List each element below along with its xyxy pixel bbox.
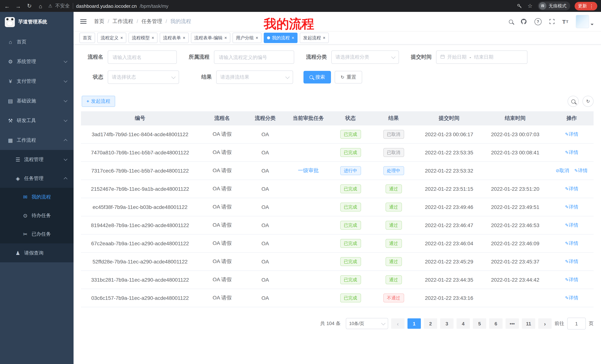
incognito-profile-chip[interactable]: 无痕模式 [538,1,570,10]
sidebar-item[interactable]: ✉ 我的流程 [0,188,74,206]
collapse-sidebar-icon[interactable] [80,17,87,26]
viewport: ← → ↻ ⌂ ⚠ 不安全 dashboard.yudao.iocoder.cn… [0,0,601,364]
sidebar-item[interactable]: ✂ 已办任务 [0,225,74,243]
tab[interactable]: 流程定义 [97,33,126,43]
fullscreen-icon[interactable] [549,19,555,25]
sidebar-item[interactable]: ◈ 任务管理 [0,169,74,188]
pagination: 共 104 条 10条/页 123456•••11 前往 页 [74,307,601,329]
reload-icon[interactable]: ↻ [26,3,33,9]
tab[interactable]: 发起流程 [300,33,329,43]
current-task-link[interactable]: 一级审批 [298,167,319,173]
close-icon[interactable] [323,36,325,40]
cancel-link[interactable]: 取消 [556,168,569,173]
page-button[interactable]: ••• [506,318,519,329]
app-logo[interactable]: 芋道管理系统 [0,12,74,32]
start-process-button[interactable]: 发起流程 [82,96,115,107]
url-domain: dashboard.yudao.iocoder.cn [76,3,137,9]
tab[interactable]: 流程表单 [160,33,189,43]
sidebar-item[interactable]: ⌂ 首页 [0,32,74,52]
page-button[interactable]: 3 [440,318,453,329]
page-size-select[interactable]: 10条/页 [346,318,388,329]
font-size-icon[interactable]: TT [562,18,568,25]
breadcrumb-item[interactable]: 首页 [94,18,112,25]
tab[interactable]: 用户分组 [232,33,261,43]
detail-link[interactable]: 详情 [565,240,578,246]
tab-label: 我的流程 [272,35,290,41]
next-page-button[interactable] [538,318,551,329]
browser-menu-icon[interactable]: ⋮ [589,3,594,9]
close-icon[interactable] [224,36,227,40]
sidebar-item[interactable]: ▤ 基础设施 [0,91,74,111]
detail-link[interactable]: 详情 [565,295,578,301]
parent-process-input[interactable] [214,50,294,64]
update-button[interactable]: 更新 ⋮ [575,2,597,10]
key-icon[interactable] [517,3,522,9]
close-icon[interactable] [291,36,294,40]
cell-end-time [481,162,550,180]
forward-icon[interactable]: → [15,3,21,9]
page-button[interactable]: 4 [457,318,470,329]
close-icon[interactable] [256,36,258,40]
tab[interactable]: 首页 [80,33,95,43]
jump-page-input[interactable] [567,318,586,329]
status-label: 状态 [82,74,103,80]
back-icon[interactable]: ← [4,3,10,9]
detail-link[interactable]: 详情 [565,150,578,155]
category-select[interactable]: 请选择流程分类 [331,50,399,64]
detail-link[interactable]: 详情 [565,277,578,282]
detail-link[interactable]: 详情 [565,222,578,228]
detail-link[interactable]: 详情 [565,186,578,192]
detail-link[interactable]: 详情 [565,131,578,137]
refresh-table-button[interactable] [582,96,594,107]
sidebar-item[interactable]: ♟ 请假查询 [0,243,74,262]
close-icon[interactable] [120,36,123,40]
page-button[interactable]: 6 [489,318,502,329]
cell-current-task [285,180,331,198]
page-button[interactable]: 2 [424,318,437,329]
submit-time-range-picker[interactable]: 开始日期 - 结束日期 [436,50,527,64]
cell-submit-time: 2022-01-22 23:49:46 [418,198,481,216]
cell-submit-time: 2022-01-22 23:44:35 [418,271,481,289]
sidebar-item[interactable]: ¥ 支付管理 [0,71,74,91]
close-icon[interactable] [151,36,154,40]
breadcrumb-item[interactable]: 我的流程 [170,18,191,25]
pager: 123456•••11 [408,318,535,329]
detail-icon [565,259,569,264]
sidebar-item[interactable]: ▦ 工作流程 [0,130,74,150]
chevron-down-icon [391,55,396,59]
reset-button[interactable]: 重置 [335,71,362,84]
process-name-input[interactable] [108,50,177,64]
bookmark-star-icon[interactable]: ☆ [527,3,533,9]
tab[interactable]: 流程模型 [129,33,158,43]
cell-id: 3ad174fb-7b9d-11ec-8404-acde48001122 [81,125,199,144]
active-dot-icon [267,36,270,39]
detail-link[interactable]: 详情 [565,259,578,264]
detail-link[interactable]: 详情 [565,204,578,210]
breadcrumb-item[interactable]: 任务管理 [141,18,170,25]
breadcrumb-item[interactable]: 工作流程 [112,18,141,25]
toggle-search-button[interactable] [568,96,579,107]
tab[interactable]: 我的流程 [264,33,298,43]
status-select[interactable]: 请选择状态 [108,70,179,84]
result-select[interactable]: 请选择流结果 [216,70,293,84]
tab[interactable]: 流程表单-编辑 [191,33,230,43]
total-count: 共 104 条 [320,320,341,327]
sidebar-item[interactable]: ⚒ 研发工具 [0,111,74,130]
page-button[interactable]: 1 [408,318,421,329]
page-button[interactable]: 5 [473,318,486,329]
help-icon[interactable] [534,18,541,25]
search-button[interactable]: 搜索 [303,71,331,84]
user-menu[interactable] [576,15,594,28]
sidebar-item[interactable]: ⚙ 系统管理 [0,52,74,71]
search-icon[interactable] [509,19,513,24]
prev-page-button[interactable] [391,318,404,329]
table-row: 7317cec6-7b9b-11ec-b5b7-acde48001122 OA … [81,162,594,180]
github-icon[interactable] [520,18,527,25]
home-icon[interactable]: ⌂ [37,3,44,9]
sidebar-item[interactable]: ☰ 流程管理 [0,150,74,169]
page-button[interactable]: 11 [522,318,535,329]
sidebar-item[interactable]: ⊙ 待办任务 [0,206,74,225]
address-bar[interactable]: ⚠ 不安全 dashboard.yudao.iocoder.cn/bpm/tas… [48,3,512,9]
detail-link[interactable]: 详情 [574,168,588,173]
close-icon[interactable] [183,36,185,40]
